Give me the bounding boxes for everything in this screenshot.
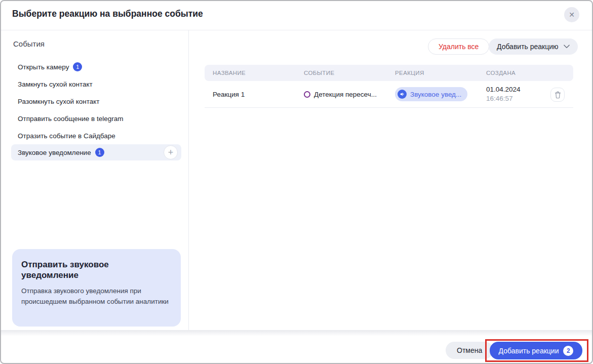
- created-time: 16:46:57: [486, 94, 513, 103]
- count-badge: 1: [73, 62, 82, 71]
- column-header-reaction: РЕАКЦИЯ: [395, 65, 424, 81]
- footer-shadow: [1, 330, 592, 336]
- cell-event: Детекция пересеч...: [304, 81, 377, 107]
- table-header: НАЗВАНИЕ СОБЫТИЕ РЕАКЦИЯ СОЗДАНА: [205, 65, 573, 81]
- created-date: 01.04.2024: [486, 85, 521, 94]
- sidebar-divider: [188, 30, 189, 334]
- sidebar-item-open-dry-contact[interactable]: Разомкнуть сухой контакт: [18, 93, 100, 109]
- reaction-chip[interactable]: Звуковое увед...: [395, 87, 467, 101]
- event-label: Детекция пересеч...: [314, 91, 377, 98]
- add-reaction-dropdown-label: Добавить реакцию: [497, 43, 559, 51]
- close-icon[interactable]: ✕: [564, 7, 579, 22]
- trash-icon: [555, 91, 561, 99]
- sidebar-item-label: Отправить сообщение в telegram: [18, 115, 124, 123]
- delete-row-button[interactable]: [550, 88, 565, 102]
- sidebar-item-label: Отразить событие в Сайдбаре: [18, 132, 115, 140]
- table-row: Реакция 1 Детекция пересеч... Звуковое у…: [205, 81, 573, 108]
- event-ring-icon: [304, 91, 310, 98]
- sidebar-item-label: Замкнуть сухой контакт: [18, 80, 93, 88]
- cell-created: 01.04.2024 16:46:57: [486, 81, 521, 107]
- add-reaction-dropdown-button[interactable]: Добавить реакцию: [489, 38, 578, 55]
- add-reactions-count-badge: 2: [563, 346, 573, 356]
- header-divider: [1, 30, 592, 30]
- sidebar-item-telegram-message[interactable]: Отправить сообщение в telegram: [18, 110, 124, 127]
- cancel-button[interactable]: Отмена: [446, 342, 493, 359]
- sidebar-item-label: Открыть камеру: [18, 63, 69, 71]
- info-box-title: Отправить звуковое уведомление: [21, 259, 143, 281]
- cell-reaction: Звуковое увед...: [395, 81, 467, 107]
- chevron-down-icon: [564, 45, 570, 49]
- sidebar-item-open-camera[interactable]: Открыть камеру 1: [18, 59, 82, 75]
- column-header-event: СОБЫТИЕ: [304, 65, 335, 81]
- events-heading: События: [13, 39, 45, 48]
- sidebar-item-close-dry-contact[interactable]: Замкнуть сухой контакт: [18, 76, 93, 92]
- sidebar-item-label: Звуковое уведомление: [18, 149, 91, 156]
- sidebar-item-label: Разомкнуть сухой контакт: [18, 98, 100, 105]
- add-reactions-button[interactable]: Добавить реакции 2: [490, 342, 582, 359]
- speaker-icon: [398, 90, 407, 99]
- column-header-name: НАЗВАНИЕ: [213, 65, 246, 81]
- delete-all-button[interactable]: Удалить все: [428, 38, 489, 55]
- info-box-description: Отправка звукового уведомления при проис…: [21, 286, 173, 307]
- sidebar-item-show-in-sidebar[interactable]: Отразить событие в Сайдбаре: [18, 128, 115, 144]
- add-icon[interactable]: +: [164, 145, 178, 159]
- column-header-created: СОЗДАНА: [486, 65, 516, 81]
- sidebar-item-sound-notification[interactable]: Звуковое уведомление 1 +: [11, 144, 181, 160]
- cell-name: Реакция 1: [213, 81, 245, 107]
- reaction-dialog: Выберите реакцию на выбранное событие ✕ …: [0, 0, 593, 364]
- page-title: Выберите реакцию на выбранное событие: [12, 9, 203, 19]
- add-reactions-label: Добавить реакции: [499, 347, 559, 355]
- reaction-chip-label: Звуковое увед...: [410, 91, 461, 98]
- info-box: Отправить звуковое уведомление Отправка …: [12, 249, 181, 327]
- count-badge: 1: [95, 148, 104, 157]
